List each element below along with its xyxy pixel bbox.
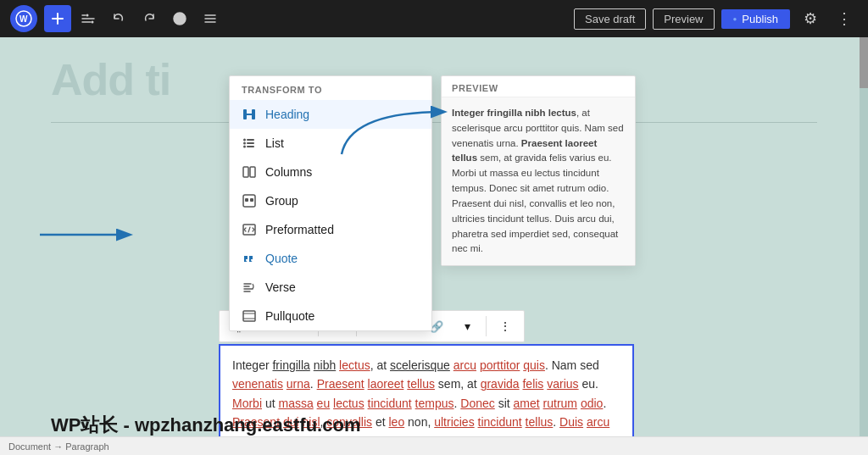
preview-content: Integer fringilla nibh lectus, at sceler… bbox=[442, 97, 635, 265]
transform-group[interactable]: Group bbox=[230, 186, 431, 215]
transform-pullquote[interactable]: Pullquote bbox=[230, 302, 431, 330]
editor-area: Add ti ¶ ⠿ ▲▼ ≡ B I bbox=[0, 37, 868, 455]
transform-pullquote-label: Pullquote bbox=[265, 309, 314, 323]
divider bbox=[51, 122, 817, 123]
quote-icon bbox=[242, 251, 257, 266]
svg-rect-16 bbox=[250, 167, 255, 177]
transform-list-label: List bbox=[265, 136, 284, 150]
svg-point-11 bbox=[243, 142, 246, 145]
group-icon bbox=[242, 193, 257, 208]
left-arrow-annotation bbox=[36, 222, 137, 247]
list-icon bbox=[242, 136, 257, 151]
list-view-button[interactable] bbox=[197, 5, 224, 32]
svg-rect-19 bbox=[250, 198, 253, 202]
more-rich-text[interactable]: ▾ bbox=[453, 313, 481, 340]
scrollbar-thumb[interactable] bbox=[860, 37, 868, 88]
columns-icon bbox=[242, 164, 257, 180]
preview-panel: PREVIEW Integer fringilla nibh lectus, a… bbox=[441, 75, 636, 266]
transform-columns[interactable]: Columns bbox=[230, 158, 431, 186]
watermark: WP站长 - wpzhanzhang.eastfu.com bbox=[51, 413, 360, 438]
redo-button[interactable] bbox=[136, 5, 163, 32]
save-draft-button[interactable]: Save draft bbox=[574, 8, 646, 30]
pullquote-icon bbox=[242, 308, 257, 324]
transform-quote[interactable]: Quote bbox=[230, 244, 431, 273]
transform-preformatted-label: Preformatted bbox=[265, 223, 334, 236]
heading-icon bbox=[242, 107, 257, 122]
svg-rect-15 bbox=[243, 167, 248, 177]
page-title[interactable]: Add ti bbox=[51, 54, 817, 105]
info-button[interactable] bbox=[166, 5, 193, 32]
preview-header: PREVIEW bbox=[442, 76, 635, 97]
transform-group-label: Group bbox=[265, 194, 298, 208]
top-toolbar: W Save dr bbox=[0, 0, 868, 37]
add-block-button[interactable] bbox=[44, 5, 71, 32]
separator-3 bbox=[486, 316, 487, 336]
svg-rect-14 bbox=[247, 146, 254, 147]
svg-rect-8 bbox=[245, 114, 253, 115]
status-bar: Document → Paragraph bbox=[0, 436, 868, 455]
svg-text:W: W bbox=[19, 14, 28, 24]
tools-button[interactable] bbox=[75, 5, 102, 32]
svg-point-13 bbox=[243, 146, 246, 148]
more-options-icon[interactable]: ⋮ bbox=[831, 5, 858, 32]
svg-rect-18 bbox=[245, 198, 248, 202]
transform-heading[interactable]: Heading bbox=[230, 100, 431, 129]
top-bar-right: Save draft Preview Publish ⚙ ⋮ bbox=[574, 5, 858, 32]
publish-button[interactable]: Publish bbox=[721, 9, 790, 29]
svg-point-2 bbox=[86, 14, 89, 17]
transform-quote-label: Quote bbox=[265, 252, 298, 265]
preview-button[interactable]: Preview bbox=[653, 8, 714, 30]
scrollbar[interactable] bbox=[860, 37, 868, 455]
transform-heading-label: Heading bbox=[265, 108, 309, 121]
transform-preformatted[interactable]: Preformatted bbox=[230, 215, 431, 244]
settings-icon[interactable]: ⚙ bbox=[797, 5, 824, 32]
transform-header: TRANSFORM TO bbox=[230, 76, 431, 100]
undo-button[interactable] bbox=[105, 5, 132, 32]
transform-verse[interactable]: Verse bbox=[230, 273, 431, 302]
transform-verse-label: Verse bbox=[265, 280, 296, 294]
status-text: Document → Paragraph bbox=[8, 441, 109, 452]
transform-list[interactable]: List bbox=[230, 129, 431, 158]
verse-icon bbox=[242, 280, 257, 295]
transform-dropdown: TRANSFORM TO Heading bbox=[229, 75, 432, 331]
svg-rect-10 bbox=[247, 139, 254, 141]
main-area: Add ti ¶ ⠿ ▲▼ ≡ B I bbox=[0, 37, 868, 455]
preformatted-icon bbox=[242, 222, 257, 237]
svg-point-9 bbox=[243, 139, 246, 141]
svg-rect-21 bbox=[243, 311, 255, 321]
transform-columns-label: Columns bbox=[265, 165, 312, 179]
svg-rect-12 bbox=[247, 142, 254, 144]
block-options-button[interactable]: ⋮ bbox=[492, 313, 519, 340]
svg-point-3 bbox=[92, 21, 94, 24]
wp-logo[interactable]: W bbox=[10, 5, 37, 32]
watermark-title: WP站长 - wpzhanzhang.eastfu.com bbox=[51, 413, 360, 438]
